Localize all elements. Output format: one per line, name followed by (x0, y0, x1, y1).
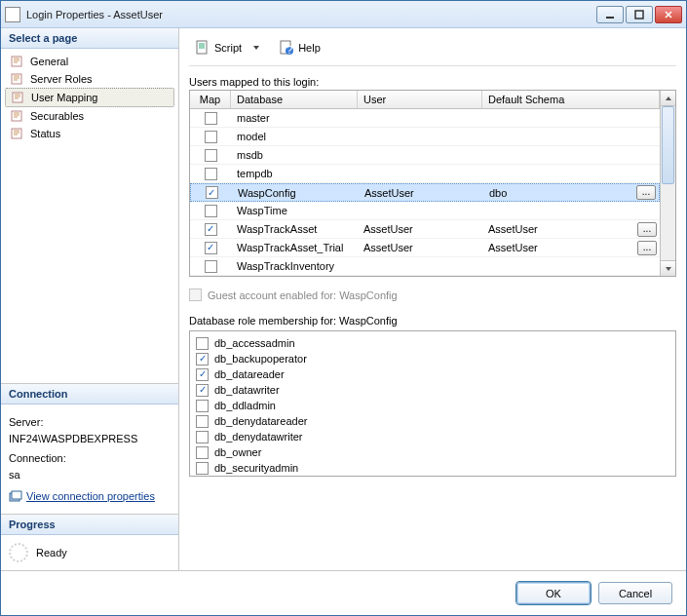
table-row[interactable]: model (190, 128, 660, 146)
table-row[interactable]: WaspTrackAsset_TrialAssetUserAssetUser..… (190, 239, 660, 257)
connection-value: sa (9, 467, 171, 483)
map-checkbox[interactable] (205, 242, 217, 254)
role-item[interactable]: db_datawriter (196, 382, 669, 398)
progress-spinner-icon (9, 543, 28, 562)
close-button[interactable] (655, 6, 682, 23)
role-name: db_owner (214, 446, 261, 458)
role-checkbox[interactable] (196, 431, 209, 443)
cell-database: WaspTrackInventory (231, 260, 358, 272)
cancel-button[interactable]: Cancel (598, 582, 672, 604)
view-connection-properties-link[interactable]: View connection properties (9, 488, 155, 505)
role-item[interactable]: db_accessadmin (196, 335, 669, 351)
role-checkbox[interactable] (196, 462, 209, 475)
help-button[interactable]: ? Help (273, 38, 326, 58)
users-mapped-grid: Map Database User Default Schema masterm… (189, 90, 676, 277)
connection-label: Connection: (9, 450, 171, 467)
maximize-button[interactable] (626, 6, 653, 23)
script-button[interactable]: Script (189, 38, 248, 58)
scroll-down-icon[interactable] (661, 260, 675, 276)
role-name: db_datareader (214, 368, 285, 380)
sidebar-page-user-mapping[interactable]: User Mapping (5, 88, 174, 107)
role-name: db_denydatareader (214, 415, 307, 427)
col-header-schema[interactable]: Default Schema (482, 91, 660, 108)
map-checkbox[interactable] (205, 168, 217, 180)
role-item[interactable]: db_ddladmin (196, 398, 669, 413)
scroll-up-icon[interactable] (661, 91, 675, 106)
titlebar: Login Properties - AssetUser (1, 1, 686, 28)
table-row[interactable]: tempdb (190, 165, 660, 183)
cell-database: WaspTime (231, 205, 358, 216)
page-icon (11, 55, 24, 68)
help-icon: ? (279, 40, 294, 56)
page-icon (11, 127, 24, 140)
scroll-thumb[interactable] (662, 106, 674, 184)
minimize-button[interactable] (596, 6, 624, 23)
role-checkbox[interactable] (196, 353, 209, 366)
col-header-user[interactable]: User (358, 91, 482, 108)
map-checkbox[interactable] (205, 205, 217, 217)
users-mapped-label: Users mapped to this login: (189, 76, 676, 88)
dialog-footer: OK Cancel (1, 570, 686, 615)
roles-listbox: db_accessadmindb_backupoperatordb_datare… (189, 330, 676, 477)
table-row[interactable]: master (190, 109, 660, 128)
grid-scrollbar[interactable] (660, 91, 675, 276)
map-checkbox[interactable] (205, 223, 217, 236)
schema-browse-button[interactable]: ... (637, 241, 657, 255)
role-checkbox[interactable] (196, 400, 209, 412)
table-row[interactable]: WaspTrackInventory (190, 257, 660, 276)
app-icon (5, 7, 20, 22)
map-checkbox[interactable] (206, 186, 218, 199)
role-checkbox[interactable] (196, 368, 209, 381)
role-item[interactable]: db_datareader (196, 366, 669, 382)
schema-browse-button[interactable]: ... (636, 185, 656, 200)
map-checkbox[interactable] (205, 260, 217, 273)
role-checkbox[interactable] (196, 384, 209, 397)
guest-account-row: Guest account enabled for: WaspConfig (189, 289, 676, 301)
col-header-map[interactable]: Map (190, 91, 231, 108)
map-checkbox[interactable] (205, 131, 217, 143)
sidebar-page-server-roles[interactable]: Server Roles (5, 70, 174, 88)
map-checkbox[interactable] (205, 149, 217, 162)
table-row[interactable]: msdb (190, 146, 660, 165)
col-header-database[interactable]: Database (231, 91, 358, 108)
role-checkbox[interactable] (196, 415, 209, 428)
schema-browse-button[interactable]: ... (637, 222, 657, 237)
cell-user: AssetUser (358, 242, 482, 253)
server-label: Server: (9, 414, 171, 431)
cell-database: WaspTrackAsset (231, 223, 358, 235)
role-name: db_ddladmin (214, 400, 276, 411)
cell-schema: dbo... (483, 185, 659, 200)
table-row[interactable]: WaspTime (190, 202, 660, 220)
cell-database: tempdb (231, 168, 358, 179)
map-checkbox[interactable] (205, 112, 217, 125)
role-item[interactable]: db_securityadmin (196, 460, 669, 476)
script-dropdown-caret[interactable] (253, 46, 259, 50)
progress-status: Ready (36, 547, 67, 558)
sidebar-page-general[interactable]: General (5, 53, 174, 70)
role-checkbox[interactable] (196, 337, 209, 350)
sidebar-page-status[interactable]: Status (5, 125, 174, 142)
cell-user: AssetUser (358, 223, 482, 235)
role-item[interactable]: db_owner (196, 444, 669, 460)
role-name: db_securityadmin (214, 462, 298, 474)
table-row[interactable]: WaspConfigAssetUserdbo... (190, 183, 660, 202)
cell-schema: AssetUser... (482, 222, 660, 237)
table-row[interactable]: WaspTrackAssetAssetUserAssetUser... (190, 220, 660, 239)
main-panel: Script ? Help Users mapped to this login… (179, 28, 686, 570)
role-item[interactable]: public (196, 476, 669, 477)
role-item[interactable]: db_backupoperator (196, 351, 669, 366)
role-item[interactable]: db_denydatawriter (196, 429, 669, 444)
role-name: db_datawriter (214, 384, 280, 396)
sidebar-page-securables[interactable]: Securables (5, 107, 174, 125)
ok-button[interactable]: OK (516, 582, 591, 604)
cell-user: AssetUser (359, 187, 483, 199)
role-item[interactable]: db_denydatareader (196, 413, 669, 429)
role-name: db_backupoperator (214, 353, 307, 365)
cell-database: model (231, 131, 358, 142)
page-icon (11, 72, 24, 86)
svg-text:?: ? (286, 44, 292, 56)
progress-header: Progress (1, 515, 178, 535)
role-checkbox[interactable] (196, 446, 209, 459)
page-list: GeneralServer RolesUser MappingSecurable… (1, 49, 178, 146)
svg-rect-0 (606, 17, 614, 19)
